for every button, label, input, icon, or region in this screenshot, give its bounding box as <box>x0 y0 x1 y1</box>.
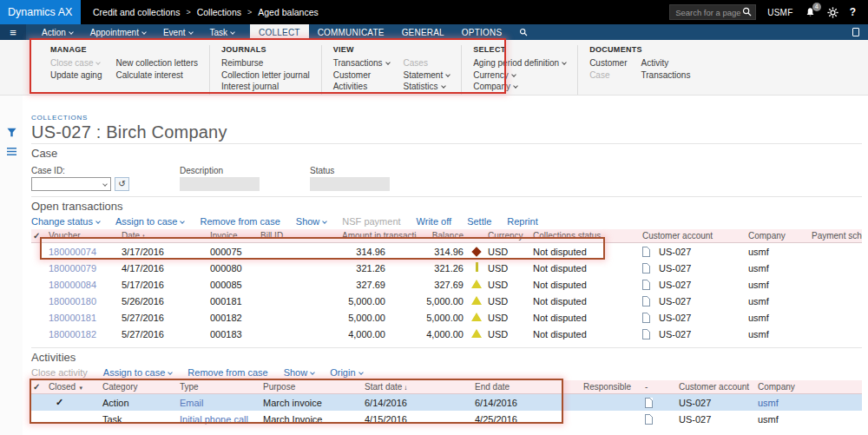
ribbon-item-calculate-interest[interactable]: Calculate interest <box>116 69 198 82</box>
search-icon[interactable] <box>742 4 752 20</box>
tx-toolbar-remove-from-case[interactable]: Remove from case <box>200 216 279 227</box>
case-id-input[interactable] <box>37 179 103 190</box>
ribbon-item-interest-journal[interactable]: Interest journal <box>221 81 310 93</box>
hamburger-menu-icon[interactable]: ≡ <box>0 24 26 40</box>
col-dash[interactable]: - <box>643 382 677 392</box>
transaction-voucher-link[interactable]: 180000180 <box>49 296 96 306</box>
col-company[interactable]: Company <box>746 231 810 241</box>
help-button[interactable]: ? <box>850 6 856 18</box>
ribbon-item-update-aging[interactable]: Update aging <box>50 69 102 82</box>
ribbon-item-currency[interactable]: Currency <box>473 69 566 82</box>
col-currency[interactable]: Currency <box>486 231 531 241</box>
ribbon-item-new-collection-letters[interactable]: New collection letters <box>116 57 198 69</box>
activity-row[interactable]: ✓ActionEmailMarch invoice6/14/20166/14/2… <box>31 394 862 411</box>
col-company[interactable]: Company <box>756 382 862 392</box>
transaction-row[interactable]: 1800001815/27/20160001825,000.005,000.00… <box>31 309 862 326</box>
tx-toolbar-settle[interactable]: Settle <box>467 216 491 227</box>
page-search-input[interactable]: Search for a page <box>669 4 756 20</box>
ribbon-item-statistics[interactable]: Statistics <box>404 81 450 93</box>
col-sel[interactable]: ✓ <box>31 382 47 392</box>
menu-event[interactable]: Event <box>155 24 201 40</box>
col-collections_status[interactable]: Collections status <box>531 231 641 241</box>
transaction-voucher-link[interactable]: 180000181 <box>49 313 96 323</box>
tab-collect[interactable]: COLLECT <box>250 24 309 40</box>
transaction-row[interactable]: 1800000794/17/2016000080321.26321.26USDN… <box>31 260 862 276</box>
case-lookup-button[interactable]: ↺ <box>115 177 129 191</box>
breadcrumb-item-aged-balances[interactable]: Aged balances <box>258 7 318 17</box>
tab-communicate[interactable]: COMMUNICATE <box>309 24 393 40</box>
menu-appointment[interactable]: Appointment <box>82 24 155 40</box>
col-purpose[interactable]: Purpose <box>261 382 363 392</box>
breadcrumb-item-collections[interactable]: Collections <box>197 7 241 17</box>
chevron-down-icon[interactable] <box>102 181 108 187</box>
col-balance[interactable]: Balance <box>417 231 467 241</box>
activity-type-link[interactable]: Email <box>180 398 204 408</box>
col-bill_id[interactable]: Bill ID <box>259 231 340 241</box>
transaction-voucher-link[interactable]: 180000182 <box>49 329 96 339</box>
description-label: Description <box>180 166 260 175</box>
col-amount[interactable]: Amount in transaction curr... <box>340 231 417 241</box>
tx-toolbar-change-status[interactable]: Change status <box>31 216 100 227</box>
company-picker[interactable]: USMF <box>767 8 793 17</box>
ribbon-item-customer[interactable]: Customer <box>589 57 627 69</box>
tab-options[interactable]: OPTIONS <box>453 24 510 40</box>
transaction-voucher-link[interactable]: 180000079 <box>49 263 96 274</box>
ribbon-item-activities[interactable]: Activities <box>333 81 390 93</box>
ribbon-item-statement[interactable]: Statement <box>404 69 450 82</box>
col-sel[interactable]: ✓ <box>31 231 47 241</box>
transaction-row[interactable]: 1800001825/27/20160001834,000.004,000.00… <box>31 326 862 342</box>
chevron-down-icon <box>95 219 101 224</box>
ribbon-item-aging-period-definition[interactable]: Aging period definition <box>473 57 566 69</box>
tx-toolbar-show[interactable]: Show <box>296 216 327 227</box>
col-customer_account[interactable]: Customer account <box>677 382 756 392</box>
ribbon-item-company[interactable]: Company <box>473 81 566 93</box>
col-invoice[interactable]: Invoice <box>208 231 259 241</box>
dynamics-ax-logo[interactable]: Dynamics AX <box>0 0 81 24</box>
activity-type-link[interactable]: Initial phone call <box>180 414 248 425</box>
filter-icon[interactable] <box>6 127 17 138</box>
ribbon-item-collection-letter-journal[interactable]: Collection letter journal <box>221 69 310 82</box>
act-toolbar-origin[interactable]: Origin <box>330 367 362 378</box>
col-type[interactable]: Type <box>178 382 261 392</box>
tx-toolbar-write-off[interactable]: Write off <box>417 216 452 227</box>
open-transactions-title: Open transactions <box>31 197 862 213</box>
col-category[interactable]: Category <box>101 382 178 392</box>
transaction-row[interactable]: 1800000845/17/2016000085327.69327.69USDN… <box>31 276 862 293</box>
tx-toolbar-assign-to-case[interactable]: Assign to case <box>115 216 185 227</box>
transaction-voucher-link[interactable]: 180000084 <box>49 280 96 290</box>
attachments-icon[interactable] <box>852 28 859 36</box>
act-toolbar-show[interactable]: Show <box>284 367 315 378</box>
col-date[interactable]: Date↑ <box>120 231 208 241</box>
nav-search-icon[interactable] <box>510 24 536 40</box>
activity-row[interactable]: TaskInitial phone callMarch Invoice4/15/… <box>31 411 862 427</box>
col-responsible[interactable]: Responsible <box>582 382 643 392</box>
transaction-voucher-link[interactable]: 180000074 <box>49 247 96 257</box>
notifications-button[interactable]: 4 <box>805 7 816 18</box>
ribbon-item-activity[interactable]: Activity <box>641 57 691 69</box>
col-payment_schedule[interactable]: Payment schedule <box>810 231 862 241</box>
transaction-row[interactable]: 1800001805/26/20160001815,000.005,000.00… <box>31 293 862 309</box>
act-toolbar-assign-to-case[interactable]: Assign to case <box>103 367 173 378</box>
col-closed[interactable]: Closed▼ <box>47 382 101 392</box>
col-voucher[interactable]: Voucher <box>47 231 120 241</box>
case-id-combobox[interactable] <box>31 177 111 191</box>
col-start_date[interactable]: Start date↓ <box>363 382 473 392</box>
search-placeholder: Search for a page <box>675 8 741 17</box>
tab-general[interactable]: GENERAL <box>393 24 453 40</box>
settings-button[interactable] <box>827 7 838 18</box>
act-toolbar-remove-from-case[interactable]: Remove from case <box>187 367 267 378</box>
menu-task[interactable]: Task <box>201 24 244 40</box>
col-customer_account[interactable]: Customer account <box>641 231 746 241</box>
ribbon-item-reimburse[interactable]: Reimburse <box>221 57 310 69</box>
list-panel-icon[interactable] <box>6 147 17 156</box>
ribbon-item-transactions[interactable]: Transactions <box>333 57 390 69</box>
breadcrumb-item-credit-and-collections[interactable]: Credit and collections <box>93 7 180 17</box>
ribbon-item-customer[interactable]: Customer <box>333 69 390 82</box>
document-icon <box>642 296 650 306</box>
col-end_date[interactable]: End date <box>473 382 582 392</box>
transaction-row[interactable]: 1800000743/17/2016000075314.96314.96USDN… <box>31 243 862 260</box>
description-field <box>180 177 260 191</box>
ribbon-item-transactions[interactable]: Transactions <box>641 69 691 82</box>
tx-toolbar-reprint[interactable]: Reprint <box>507 216 537 227</box>
menu-action[interactable]: Action <box>33 24 82 40</box>
